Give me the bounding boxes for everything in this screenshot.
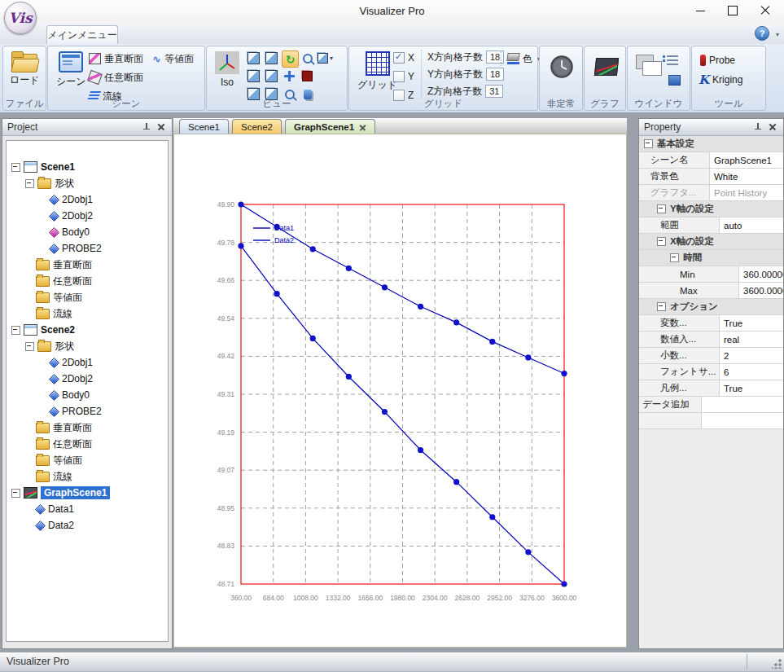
clip-box-icon[interactable] <box>300 68 315 84</box>
tree-item-任意断面[interactable]: 任意断面 <box>7 436 168 452</box>
tree-item-body0[interactable]: Body0 <box>7 224 168 240</box>
view-cube-front-icon[interactable] <box>246 51 261 66</box>
property-value[interactable]: 3600.000000 <box>739 283 783 298</box>
rotate-view-icon[interactable] <box>282 51 299 68</box>
tree-item-2dobj1[interactable]: 2Dobj1 <box>7 354 168 371</box>
property-group-オプション[interactable]: オプション <box>639 299 783 314</box>
property-value[interactable]: GraphScene1 <box>710 152 783 168</box>
folder-icon <box>36 276 50 287</box>
close-button[interactable] <box>750 0 781 21</box>
tree-item-等値面[interactable]: 等値面 <box>7 452 168 468</box>
property-pin-icon[interactable] <box>754 123 762 131</box>
tree-item-2dobj2[interactable]: 2Dobj2 <box>7 371 168 387</box>
tree-item-2dobj1[interactable]: 2Dobj1 <box>7 191 168 208</box>
kriging-button[interactable]: Kriging <box>699 72 742 87</box>
probe-button[interactable]: Probe <box>700 53 735 68</box>
tree-item-形状[interactable]: 形状 <box>7 175 168 191</box>
minimize-button[interactable] <box>685 0 716 21</box>
resize-grip[interactable] <box>772 659 782 669</box>
view-cube-left-icon[interactable] <box>246 68 261 84</box>
tree-item-scene1[interactable]: Scene1 <box>7 159 168 175</box>
collapse-icon[interactable] <box>644 139 653 148</box>
tree-item-graphscene1[interactable]: GraphScene1 <box>7 485 168 501</box>
app-logo-icon[interactable]: Vis <box>4 2 37 34</box>
property-group-基本設定[interactable]: 基本設定 <box>639 136 783 152</box>
property-value[interactable]: White <box>710 169 783 184</box>
window-list-button[interactable] <box>667 53 678 68</box>
tree-item-data1[interactable]: Data1 <box>7 501 168 517</box>
tree-item-流線[interactable]: 流線 <box>7 468 168 485</box>
collapse-icon[interactable] <box>657 204 666 213</box>
graph-button[interactable] <box>592 56 621 77</box>
tree-expander-icon[interactable] <box>25 342 34 351</box>
tree-item-2dobj2[interactable]: 2Dobj2 <box>7 208 168 224</box>
tree-item-data2[interactable]: Data2 <box>7 517 168 534</box>
document-icon <box>668 75 681 86</box>
scene-button[interactable]: シーン <box>53 50 90 90</box>
zoom-icon[interactable] <box>300 51 315 66</box>
transient-button[interactable] <box>546 53 577 81</box>
tab-close-icon[interactable] <box>359 124 366 131</box>
property-value[interactable] <box>702 413 783 428</box>
tree-item-形状[interactable]: 形状 <box>7 338 168 354</box>
help-icon[interactable] <box>755 26 769 41</box>
project-close-icon[interactable] <box>157 123 165 131</box>
property-value[interactable]: True <box>720 380 783 396</box>
scene-tab-scene1[interactable]: Scene1 <box>179 119 229 134</box>
tree-expander-icon[interactable] <box>11 489 20 498</box>
tree-item-等値面[interactable]: 等値面 <box>7 289 168 305</box>
maximize-button[interactable] <box>717 0 748 21</box>
property-group-Y軸の設定[interactable]: Y軸の設定 <box>639 201 783 217</box>
checkbox-y-icon[interactable] <box>393 71 405 82</box>
property-close-icon[interactable] <box>769 123 777 131</box>
collapse-icon[interactable] <box>670 253 679 262</box>
collapse-icon[interactable] <box>657 302 666 311</box>
scene-tab-graphscene1[interactable]: GraphScene1 <box>285 119 375 134</box>
arbitrary-section-button[interactable]: 任意断面 <box>89 70 143 85</box>
grid-axis-checkbox-row[interactable]: Y <box>393 69 414 84</box>
pin-icon[interactable] <box>142 123 151 131</box>
tree-item-scene2[interactable]: Scene2 <box>7 322 168 338</box>
view-cube-right-icon[interactable] <box>264 68 279 84</box>
property-value[interactable]: 2 <box>720 348 783 363</box>
window-layout-button[interactable] <box>633 53 667 79</box>
property-value[interactable]: auto <box>720 217 783 233</box>
grid-count-value[interactable]: 31 <box>485 85 503 98</box>
help-dropdown-arrow[interactable] <box>776 31 779 38</box>
load-button[interactable]: ロード <box>7 50 43 89</box>
tree-expander-icon[interactable] <box>25 179 34 188</box>
graph-canvas[interactable]: 49.9049.7849.6649.5449.4249.3149.1949.07… <box>173 134 627 648</box>
tree-item-垂直断面[interactable]: 垂直断面 <box>7 257 168 273</box>
tree-item-流線[interactable]: 流線 <box>7 305 168 322</box>
window-doc-button[interactable] <box>668 72 681 87</box>
view-cube-dropdown-icon[interactable] <box>318 51 333 66</box>
tree-item-任意断面[interactable]: 任意断面 <box>7 273 168 289</box>
property-group-時間[interactable]: 時間 <box>639 250 783 266</box>
vertical-section-button[interactable]: 垂直断面 <box>89 51 143 66</box>
property-value[interactable] <box>702 397 783 412</box>
grid-axis-checkbox-row[interactable]: X <box>393 51 414 65</box>
tree-item-body0[interactable]: Body0 <box>7 387 168 403</box>
property-group-X軸の設定[interactable]: X軸の設定 <box>639 234 783 249</box>
tree-item-垂直断面[interactable]: 垂直断面 <box>7 419 168 436</box>
iso-view-button[interactable]: Iso <box>212 50 243 90</box>
isosurface-button[interactable]: 等値面 <box>152 51 194 66</box>
property-value[interactable]: 360.000000 <box>739 266 783 282</box>
ribbon-tab-main-menu[interactable]: メインメニュー <box>46 25 118 45</box>
view-cube-back-icon[interactable] <box>264 51 279 66</box>
checkbox-x-icon[interactable] <box>393 52 405 64</box>
grid-color-button[interactable]: 色 <box>501 51 541 66</box>
tree-item-probe2[interactable]: PROBE2 <box>7 403 168 419</box>
property-value[interactable]: real <box>720 332 783 347</box>
folder-icon <box>11 51 37 71</box>
tree-item-probe2[interactable]: PROBE2 <box>7 240 168 257</box>
collapse-icon[interactable] <box>657 237 666 246</box>
pan-icon[interactable] <box>282 68 297 84</box>
grid-count-value[interactable]: 18 <box>486 68 504 81</box>
property-value[interactable]: 6 <box>720 364 783 380</box>
tree-expander-icon[interactable] <box>11 163 20 172</box>
property-value[interactable]: Point History <box>710 185 783 200</box>
property-value[interactable]: True <box>720 315 783 331</box>
scene-tab-scene2[interactable]: Scene2 <box>232 119 282 134</box>
tree-expander-icon[interactable] <box>11 326 20 335</box>
